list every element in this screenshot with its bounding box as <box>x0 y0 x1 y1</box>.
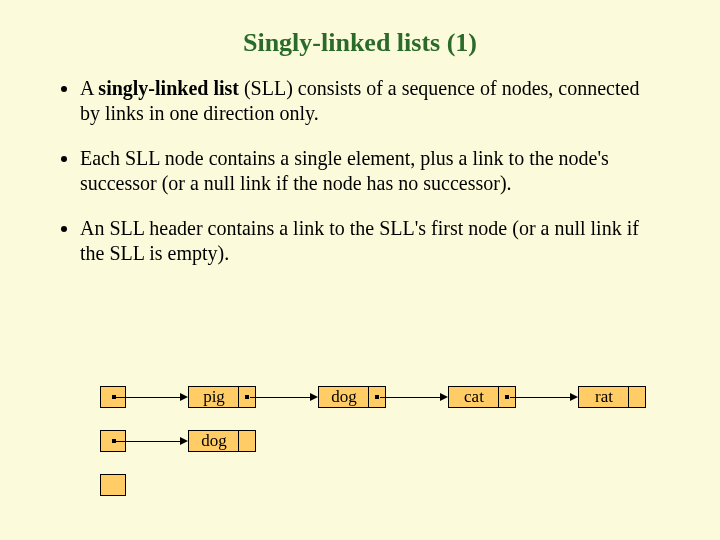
bullet-1-pre: A <box>80 77 98 99</box>
sll-node: cat <box>448 386 516 408</box>
bullet-2: Each SLL node contains a single element,… <box>80 146 660 196</box>
sll-node: dog <box>188 430 256 452</box>
arrow-head-icon <box>180 393 188 401</box>
node-separator <box>628 387 629 407</box>
node-separator <box>498 387 499 407</box>
arrow-head-icon <box>310 393 318 401</box>
link-dot <box>375 395 379 399</box>
link-dot <box>505 395 509 399</box>
arrow-head-icon <box>180 437 188 445</box>
link-arrow <box>115 441 180 442</box>
bullet-1-term: singly-linked list <box>98 77 239 99</box>
sll-node: rat <box>578 386 646 408</box>
link-arrow <box>115 397 180 398</box>
node-label: rat <box>579 387 629 407</box>
sll-header-empty <box>100 474 126 496</box>
node-label: pig <box>189 387 239 407</box>
bullet-3: An SLL header contains a link to the SLL… <box>80 216 660 266</box>
bullet-list: A singly-linked list (SLL) consists of a… <box>0 76 720 266</box>
sll-node: dog <box>318 386 386 408</box>
link-dot <box>245 395 249 399</box>
arrow-head-icon <box>570 393 578 401</box>
slide-title: Singly-linked lists (1) <box>0 0 720 76</box>
node-label: dog <box>319 387 369 407</box>
link-arrow <box>510 397 570 398</box>
link-arrow <box>250 397 310 398</box>
node-separator <box>368 387 369 407</box>
arrow-head-icon <box>440 393 448 401</box>
node-label: dog <box>189 431 239 451</box>
node-separator <box>238 431 239 451</box>
node-label: cat <box>449 387 499 407</box>
node-separator <box>238 387 239 407</box>
sll-node: pig <box>188 386 256 408</box>
bullet-1: A singly-linked list (SLL) consists of a… <box>80 76 660 126</box>
link-arrow <box>380 397 440 398</box>
